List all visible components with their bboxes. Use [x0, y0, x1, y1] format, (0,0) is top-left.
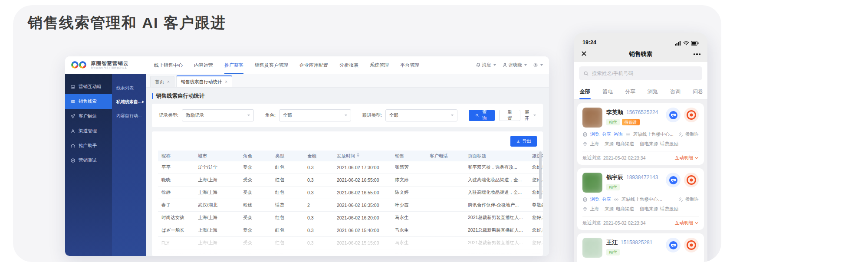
top-nav: 线上销售中心内容运营推广获客销售及客户管理企业应用配置分析报表系统管理平台管理 [148, 56, 425, 74]
table-row[interactable]: 平平辽宁/辽宁受众红包0.32021-06-02 17:30:00张慧芳和平双艺… [158, 161, 543, 174]
sidebar-item[interactable]: 营销测试 [65, 153, 112, 168]
goggles-icon [614, 197, 619, 202]
lead-phone: 15158825281 [621, 239, 652, 246]
submenu-item[interactable]: 内容自行动... [112, 109, 146, 123]
lead-tag: 粉丝 [606, 119, 620, 125]
table-cell: 受众 [240, 161, 272, 174]
activity-link[interactable]: 浏览 [590, 131, 599, 138]
mobile-tab[interactable]: 留电 [596, 84, 619, 99]
settings-menu[interactable] [533, 62, 543, 68]
record-type-select[interactable]: 激励记录 [182, 109, 254, 121]
call-button[interactable] [684, 173, 699, 187]
interaction-detail-link[interactable]: 互动明细 [675, 155, 699, 161]
table-row[interactable]: 晓晓上海/上海受众红包0.32021-06-02 16:55:00陈文婷入驻高端… [158, 174, 543, 187]
mobile-tab[interactable]: 全部 [574, 84, 596, 99]
column-header[interactable]: 类型 [272, 151, 304, 161]
top-nav-item[interactable]: 内容运营 [188, 56, 219, 74]
lead-card-main: 钱宇辰18938472143粉丝 [606, 173, 663, 190]
messages-menu[interactable]: 消息 [476, 62, 496, 68]
activity-link[interactable]: 咨询 [614, 131, 623, 138]
column-header[interactable]: 销售 [391, 151, 426, 161]
activity-link[interactable]: 分享 [602, 131, 611, 138]
mobile-tab[interactable]: 分享 [619, 84, 641, 99]
table-cell: 时尚达女孩 [158, 212, 194, 224]
workspace-tab[interactable]: 首页 [150, 76, 174, 87]
search-input[interactable]: 搜索姓名/手机号码 [579, 66, 702, 80]
table-cell: 2021总裁新男装直播红人... [464, 212, 529, 224]
column-header[interactable]: 昵称 [158, 151, 194, 161]
reset-button[interactable]: 重置 [499, 110, 520, 121]
column-header[interactable]: 发放时间 [333, 151, 391, 161]
chat-button[interactable] [666, 108, 681, 122]
sidebar-item[interactable]: 销售线索 [65, 94, 112, 109]
interaction-detail-link[interactable]: 互动明细 [675, 220, 699, 226]
mobile-tab[interactable]: 浏览 [641, 84, 664, 99]
table-row[interactable]: FLY上海/上海受众红包0.32021-06-02 15:15:00马永生202… [158, 237, 543, 249]
brand-logo: 原圈智慧营销云 数智化营销与客户运营解决方案 [71, 61, 130, 69]
table-cell: 红包 [272, 224, 304, 237]
role-select[interactable]: 全部 [279, 109, 351, 121]
top-nav-item[interactable]: 推广获客 [219, 56, 249, 74]
table-row[interactable]: ばざー船长上海/上海受众红包0.32021-06-02 15:40:00马永生2… [158, 224, 543, 237]
user-menu[interactable]: 张晓晓 [502, 62, 527, 68]
recent-time: 2021-05-02 02:23:34 [603, 220, 646, 226]
tab-close-icon[interactable] [225, 80, 227, 84]
sidebar-item[interactable]: 渠道管理 [65, 124, 112, 138]
top-nav-item[interactable]: 线上销售中心 [148, 56, 188, 74]
table-row[interactable]: 徐静上海/上海受众红包0.32021-06-02 16:55:00陈文婷入驻高端… [158, 187, 543, 199]
submenu-item[interactable]: 线索列表 [112, 81, 146, 95]
table-cell: 2021-06-02 17:30:00 [333, 161, 391, 174]
lead-tags: 粉丝 [606, 184, 663, 190]
table-row[interactable]: 时尚达女孩上海/上海粉丝话费22021-06-02 15:10:00马永生202… [158, 249, 543, 256]
lead-card[interactable]: 李英顺15676525224粉丝待跟进浏览分享咨询若缺线上售楼中心...侯鹏许上… [577, 103, 704, 165]
activity-link[interactable]: 分享 [602, 196, 611, 203]
top-nav-item[interactable]: 企业应用配置 [294, 56, 334, 74]
top-nav-item[interactable]: 平台管理 [395, 56, 425, 74]
filter-buttons: 查询 重置 展开 [469, 109, 536, 121]
chat-button[interactable] [666, 173, 681, 187]
column-header[interactable]: 页面标题 [464, 151, 529, 161]
table-row[interactable]: 春子武汉/湖北粉丝话费22021-06-02 16:35:00叶少霞腾讯合作伙伴… [158, 199, 543, 212]
call-button[interactable] [684, 238, 699, 252]
mobile-tab[interactable]: 问卷 [687, 84, 707, 99]
table-cell: 受众 [240, 224, 272, 237]
export-button[interactable]: 导出 [510, 136, 537, 147]
follow-type-select[interactable]: 全部 [385, 109, 457, 121]
search-button[interactable]: 查询 [469, 110, 495, 121]
lead-card[interactable]: 王江15158825281粉丝浏览若缺线上售楼中心的H5分享页侯鹏许上海来源电商… [577, 233, 704, 262]
top-nav-item[interactable]: 销售及客户管理 [249, 56, 294, 74]
workspace-tab[interactable]: 销售线索自行动统计 [176, 75, 232, 87]
table-row[interactable]: 时尚达女孩上海/上海受众红包0.32021-06-02 16:20:00马永生2… [158, 212, 543, 224]
column-header[interactable]: 角色 [240, 151, 272, 161]
column-header[interactable]: 城市 [194, 151, 240, 161]
call-button[interactable] [684, 108, 699, 122]
owner: 侯鹏许 [678, 196, 699, 203]
lead-info-row: 上海来源电商渠道留电来源话费激励 [582, 206, 699, 212]
table-cell: 2021-06-02 16:55:00 [333, 187, 391, 199]
table-scrollbar[interactable] [539, 151, 542, 199]
tab-close-icon[interactable] [167, 80, 170, 84]
activity-link[interactable]: 浏览 [590, 196, 599, 203]
workspace-tab-label: 首页 [155, 79, 164, 85]
chevron-down-icon [524, 64, 527, 66]
column-header[interactable]: 金额 [304, 151, 333, 161]
mobile-tab[interactable]: 咨询 [664, 84, 687, 99]
secondary-sidebar: 线索列表私域线索自...内容自行动... [112, 74, 146, 256]
table-cell: 上海/上海 [194, 187, 240, 199]
submenu-item[interactable]: 私域线索自... [112, 95, 146, 109]
sidebar-item[interactable]: 营销互动箱 [65, 79, 112, 94]
brand-tagline: 数智化营销与客户运营解决方案 [91, 66, 127, 69]
table-cell: 入驻高端化妆品渠道，全... [464, 174, 529, 187]
expand-link[interactable]: 展开 [525, 109, 536, 121]
mobile-nav-title: 销售线索 [574, 50, 707, 58]
sidebar-item-label: 渠道管理 [79, 128, 97, 134]
top-nav-item[interactable]: 分析报表 [334, 56, 364, 74]
chat-button[interactable] [666, 238, 681, 252]
column-header[interactable]: 客户电话 [426, 151, 464, 161]
sidebar-item[interactable]: 客户触达 [65, 109, 112, 124]
sidebar-item[interactable]: 推广助手 [65, 138, 112, 153]
sort-icon[interactable] [357, 153, 359, 157]
chevron-down-icon [694, 156, 699, 160]
lead-card[interactable]: 钱宇辰18938472143粉丝浏览分享若缺线上售楼中心的H5...侯鹏许上海来… [577, 168, 704, 230]
top-nav-item[interactable]: 系统管理 [364, 56, 395, 74]
